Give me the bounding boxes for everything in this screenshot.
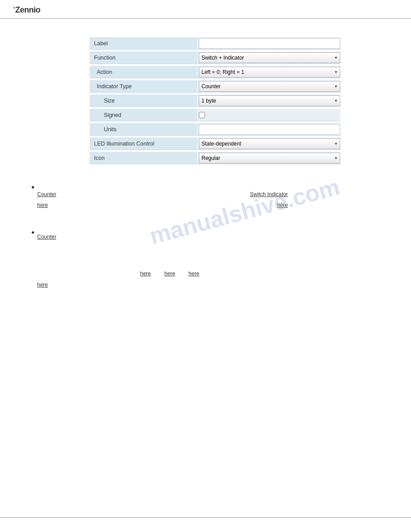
- label-field-label: Label: [90, 37, 197, 50]
- bullet-2-content: Counter here here here here: [37, 228, 199, 289]
- spacer-2: [37, 228, 199, 232]
- signed-row: Signed: [90, 108, 340, 122]
- led-illumination-field-label: LED Illumination Control: [90, 137, 197, 150]
- size-select-wrapper: 1 byte 2 bytes 4 bytes: [199, 95, 340, 106]
- action-select[interactable]: Left = 0; Right = 1 Left = 1; Right = 0: [199, 67, 340, 77]
- indicator-type-select-wrapper: Counter Switch Indicator Percentage: [199, 81, 340, 92]
- bullet-1-dot: •: [31, 183, 34, 210]
- text-sections: • Counter Switch Indicator here here •: [27, 183, 398, 289]
- units-field-label: Units: [90, 123, 197, 136]
- size-select[interactable]: 1 byte 2 bytes 4 bytes: [199, 95, 340, 106]
- led-illumination-row: LED Illumination Control State-dependent…: [90, 137, 340, 150]
- section-spacer: [27, 215, 398, 228]
- function-row: Function Switch + Indicator Switch Indic…: [90, 51, 340, 64]
- text-line-3: Counter: [37, 232, 199, 241]
- bullet-section-2: • Counter here here here here: [31, 228, 398, 289]
- action-row: Action Left = 0; Right = 1 Left = 1; Rig…: [90, 65, 340, 79]
- function-field-label: Function: [90, 51, 197, 64]
- indicator-type-row: Indicator Type Counter Switch Indicator …: [90, 80, 340, 93]
- main-content: Label Function Switch + Indicator Switch…: [0, 19, 411, 303]
- spacer-1: [37, 183, 288, 190]
- underline-4: here: [164, 269, 175, 278]
- indicator-type-control-area: Counter Switch Indicator Percentage: [197, 80, 340, 93]
- icon-select[interactable]: Regular Fan Blind Thermostat: [199, 153, 340, 163]
- signed-control-area: [197, 109, 340, 121]
- bullet-1-content: Counter Switch Indicator here here: [37, 183, 288, 210]
- icon-row: Icon Regular Fan Blind Thermostat: [90, 151, 340, 165]
- spacer-4: [37, 250, 199, 257]
- underline-text-here: here: [37, 201, 48, 210]
- label-row: Label: [90, 37, 340, 50]
- led-illumination-select[interactable]: State-dependent Always on Always off: [199, 138, 340, 149]
- indicator-type-select[interactable]: Counter Switch Indicator Percentage: [199, 81, 340, 92]
- text-line-2: here here: [37, 201, 288, 210]
- action-field-label: Action: [90, 66, 197, 78]
- signed-checkbox[interactable]: [199, 112, 205, 118]
- icon-select-wrapper: Regular Fan Blind Thermostat: [199, 153, 340, 163]
- text-line-1: Counter Switch Indicator: [37, 190, 288, 199]
- icon-control-area: Regular Fan Blind Thermostat: [197, 152, 340, 164]
- led-illumination-select-wrapper: State-dependent Always on Always off: [199, 138, 340, 149]
- text-line-4: here here here: [37, 269, 199, 278]
- underline-6: here: [37, 282, 48, 288]
- config-panel: Label Function Switch + Indicator Switch…: [90, 37, 340, 165]
- underline-text-right-2: here: [277, 201, 288, 210]
- function-control-area: Switch + Indicator Switch Indicator: [197, 51, 340, 64]
- page-header: •Zennio: [0, 0, 411, 19]
- action-select-wrapper: Left = 0; Right = 1 Left = 1; Right = 0: [199, 67, 340, 77]
- text-line-5: here: [37, 280, 199, 289]
- size-field-label: Size: [90, 94, 197, 107]
- underline-text-counter-left: Counter: [37, 190, 56, 199]
- units-control-area: [197, 123, 340, 136]
- size-control-area: 1 byte 2 bytes 4 bytes: [197, 94, 340, 107]
- indicator-type-field-label: Indicator Type: [90, 80, 197, 93]
- underline-3: here: [140, 269, 151, 278]
- units-row: Units: [90, 123, 340, 136]
- label-control-area: [197, 37, 340, 50]
- size-row: Size 1 byte 2 bytes 4 bytes: [90, 94, 340, 107]
- function-select[interactable]: Switch + Indicator Switch Indicator: [199, 52, 340, 63]
- logo: •Zennio: [13, 5, 40, 15]
- icon-field-label: Icon: [90, 152, 197, 164]
- label-input[interactable]: [199, 38, 340, 49]
- underline-text-counter-2: Counter: [37, 234, 56, 240]
- spacer-5: [37, 257, 199, 265]
- bullet-section-1: • Counter Switch Indicator here here: [31, 183, 398, 210]
- units-input[interactable]: [199, 124, 340, 135]
- spacer-3: [37, 241, 199, 250]
- page-footer: [0, 517, 411, 523]
- led-illumination-control-area: State-dependent Always on Always off: [197, 137, 340, 150]
- bullet-2-dot: •: [31, 228, 34, 289]
- logo-dot: •: [13, 5, 15, 10]
- underline-5: here: [188, 269, 199, 278]
- action-control-area: Left = 0; Right = 1 Left = 1; Right = 0: [197, 66, 340, 78]
- signed-field-label: Signed: [90, 109, 197, 121]
- underline-text-switch-indicator: Switch Indicator: [250, 190, 288, 199]
- function-select-wrapper: Switch + Indicator Switch Indicator: [199, 52, 340, 63]
